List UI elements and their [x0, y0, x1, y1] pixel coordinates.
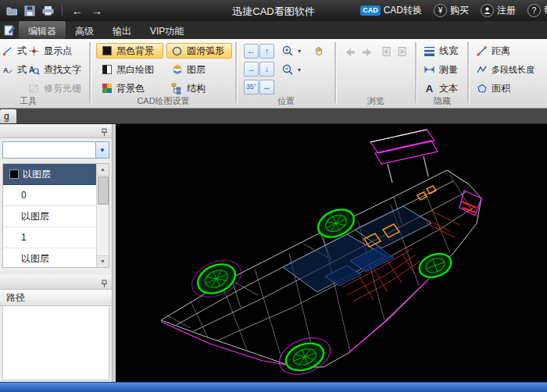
bw-drawing-icon [100, 63, 113, 77]
tab-output[interactable]: 输出 [103, 21, 141, 39]
ribbon-group-position: ← ↑ → ↓ 35° ↔ ▾ ▾ 位置 [238, 39, 334, 108]
titlebar-separator [62, 5, 63, 16]
color-swatch-black[interactable] [9, 169, 19, 179]
property-row[interactable]: 以图层 [3, 248, 109, 268]
layers-button[interactable]: 图层 [166, 62, 209, 77]
tools-group-label: 工具 [0, 95, 89, 107]
save-icon[interactable] [23, 4, 37, 18]
tab-advanced[interactable]: 高级 [66, 21, 103, 39]
property-row[interactable]: 以图层 [3, 206, 109, 227]
align-up-view-icon[interactable]: ↑ [259, 44, 274, 59]
property-row[interactable]: 1 [3, 227, 109, 248]
pin-icon[interactable] [100, 277, 109, 291]
show-points-button[interactable]: 显示点 [23, 43, 76, 59]
register-button[interactable]: 注册 [481, 4, 516, 17]
ribbon-group-hide: 线宽 测量 A 文本 隐藏 [417, 39, 467, 108]
property-row[interactable]: 以图层 [3, 164, 109, 185]
align-down-view-icon[interactable]: ↓ [259, 62, 274, 77]
property-row[interactable]: 0 [3, 185, 109, 206]
hide-group-label: 隐藏 [417, 95, 467, 107]
scroll-up-icon[interactable]: ▲ [97, 164, 109, 176]
next-view-icon[interactable] [360, 45, 374, 59]
cad-convert-button[interactable]: CAD CAD转换 [360, 4, 422, 17]
cad-draw-group-label: CAD绘图设置 [91, 95, 235, 107]
measure-toggle-button[interactable]: 测量 [419, 62, 462, 77]
text-toggle-button[interactable]: A 文本 [419, 80, 462, 96]
car-taillight[interactable] [461, 201, 477, 212]
document-tab[interactable]: g [0, 109, 16, 123]
cad-drawing-canvas[interactable] [116, 123, 547, 383]
app-window: ← → 迅捷CAD看图软件 CAD CAD转换 ¥ 购买 注册 ? 帮 [0, 0, 547, 392]
help-button[interactable]: ? 帮 [527, 4, 547, 17]
left-panel: ▼ 以图层 0 以图层 1 以图层 [0, 123, 113, 383]
wheel-front-right[interactable] [282, 338, 327, 375]
align-right-view-icon[interactable]: → [244, 62, 259, 77]
align-left-view-icon[interactable]: ← [244, 44, 259, 59]
trim-raster-button[interactable]: 修剪光栅 [23, 80, 85, 96]
find-text-icon: A [27, 63, 41, 77]
help-icon: ? [527, 4, 541, 17]
titlebar: ← → 迅捷CAD看图软件 CAD CAD转换 ¥ 购买 注册 ? 帮 [0, 0, 547, 21]
undo-back-icon[interactable]: ← [70, 5, 85, 17]
dropdown-value [3, 142, 95, 158]
distance-button[interactable]: 距离 [471, 43, 514, 59]
distance-icon [475, 45, 488, 58]
menubar: 编辑器 高级 输出 VIP功能 [0, 21, 547, 39]
polyline-length-button[interactable]: 多段线长度 [471, 62, 538, 77]
position-group-label: 位置 [238, 95, 334, 107]
background-color-button[interactable]: 背景色 [96, 80, 148, 96]
find-text-button[interactable]: A 查找文字 [23, 62, 85, 77]
vertical-scrollbar[interactable]: ▲ ▼ [96, 164, 109, 267]
print-icon[interactable] [41, 4, 55, 18]
polyline-length-icon [475, 63, 488, 77]
redo-forward-icon[interactable]: → [89, 5, 105, 17]
person-icon [481, 4, 494, 17]
cad-badge-icon: CAD [360, 5, 381, 16]
car-wireframe-drawing[interactable] [116, 123, 547, 383]
black-background-icon [100, 45, 113, 58]
path-column-header: 路径 [0, 290, 112, 306]
trim-raster-icon [27, 82, 41, 95]
buy-button[interactable]: ¥ 购买 [434, 4, 469, 17]
zoom-in-icon [281, 45, 294, 58]
wheel-rear-right[interactable] [416, 250, 454, 282]
black-background-toggle[interactable]: 黑色背景 [96, 43, 163, 59]
ribbon-group-measure: 距离 多段线长度 面积 [470, 39, 545, 108]
path-list-empty [2, 306, 109, 380]
previous-page-icon[interactable] [379, 45, 393, 59]
property-grid: 以图层 0 以图层 1 以图层 ▲ ▼ [2, 163, 109, 268]
zoom-out-dropdown-caret-icon[interactable]: ▾ [298, 66, 301, 73]
pan-hand-icon [312, 45, 325, 58]
fit-view-icon[interactable]: ↔ [259, 80, 274, 94]
edit-mode-icon[interactable] [0, 21, 19, 39]
content-area: ▼ 以图层 0 以图层 1 以图层 [0, 123, 547, 383]
tab-editor[interactable]: 编辑器 [19, 21, 66, 39]
zoom-out-button[interactable]: ▾ [278, 62, 303, 77]
line-width-icon [423, 45, 436, 58]
previous-view-icon[interactable] [343, 45, 357, 59]
area-icon [475, 82, 488, 95]
zoom-in-button[interactable]: ▾ [278, 43, 303, 59]
bw-drawing-button[interactable]: 黑白绘图 [96, 62, 158, 77]
area-button[interactable]: 面积 [471, 80, 514, 96]
zoom-in-dropdown-caret-icon[interactable]: ▾ [298, 48, 301, 55]
car-glass-panels[interactable] [283, 206, 431, 292]
structure-button[interactable]: 结构 [166, 80, 209, 96]
tab-vip[interactable]: VIP功能 [141, 21, 193, 39]
next-page-icon[interactable] [395, 45, 409, 59]
pin-icon[interactable] [100, 126, 109, 140]
ribbon: 式 A 式 显示点 A 查找文字 修剪光栅 工具 [0, 39, 547, 109]
rotate-view-icon[interactable]: 35° [244, 80, 259, 94]
layer-filter-dropdown[interactable]: ▼ [2, 141, 109, 159]
line-width-button[interactable]: 线宽 [419, 43, 462, 59]
wheel-front-left[interactable] [193, 258, 240, 298]
smooth-arc-toggle[interactable]: 圆滑弧形 [166, 43, 232, 59]
scroll-down-icon[interactable]: ▼ [97, 255, 109, 267]
open-folder-icon[interactable] [5, 4, 19, 18]
scrollbar-thumb[interactable] [98, 176, 109, 205]
chevron-down-icon[interactable]: ▼ [95, 142, 109, 158]
ribbon-group-tools: 式 A 式 显示点 A 查找文字 修剪光栅 工具 [0, 39, 89, 108]
structure-tree-icon [170, 82, 184, 95]
pan-button[interactable] [309, 43, 327, 59]
layers-icon [170, 63, 184, 77]
